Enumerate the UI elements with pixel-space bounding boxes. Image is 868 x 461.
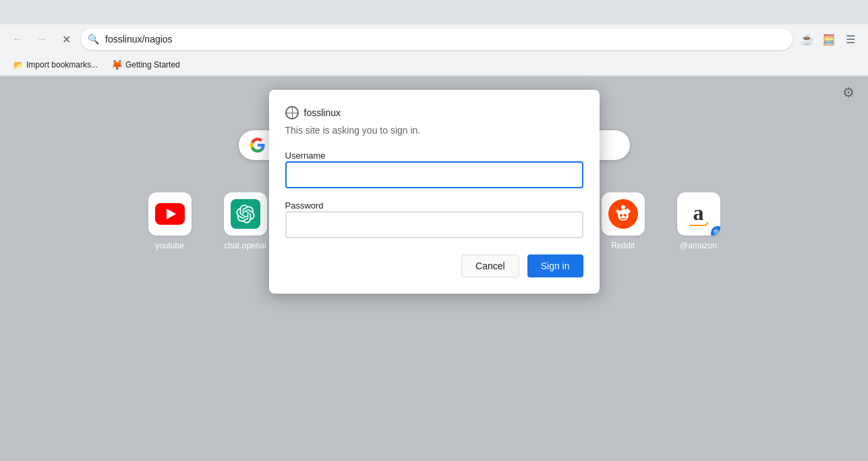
dialog-overlay: fosslinux This site is asking you to sig… <box>0 76 868 461</box>
signin-dialog: fosslinux This site is asking you to sig… <box>269 90 600 294</box>
tab-bar <box>0 0 868 24</box>
password-label: Password <box>285 200 324 211</box>
bookmark-import-label: Import bookmarks... <box>26 60 98 70</box>
username-label: Username <box>285 151 326 161</box>
browser-chrome: ← → ✕ 🔍 ☕ 🧮 ☰ 📂 Import bookmarks... 🦊 Ge… <box>0 0 868 76</box>
pocket-button[interactable]: ☕ <box>798 30 817 49</box>
bookmarks-bar: 📂 Import bookmarks... 🦊 Getting Started <box>0 54 868 76</box>
bookmark-getting-started[interactable]: 🦊 Getting Started <box>106 57 185 73</box>
dialog-site-header: fosslinux <box>285 106 583 119</box>
address-bar-wrap: 🔍 <box>81 28 792 50</box>
nav-bar: ← → ✕ 🔍 ☕ 🧮 ☰ <box>0 24 868 54</box>
globe-icon <box>285 106 299 119</box>
reload-button[interactable]: ✕ <box>57 30 76 49</box>
bookmark-getting-started-label: Getting Started <box>125 60 180 70</box>
cancel-button[interactable]: Cancel <box>461 254 519 277</box>
dialog-subtitle: This site is asking you to sign in. <box>285 125 583 136</box>
firefox-icon: 🦊 <box>111 59 123 70</box>
signin-button[interactable]: Sign in <box>527 254 583 277</box>
password-input[interactable] <box>285 211 583 238</box>
menu-button[interactable]: ☰ <box>841 30 860 49</box>
extensions-button[interactable]: 🧮 <box>819 30 838 49</box>
page-content: ⚙ Search w youtube <box>0 76 868 461</box>
toolbar-right: ☕ 🧮 ☰ <box>798 30 860 49</box>
back-button[interactable]: ← <box>8 30 27 49</box>
forward-button[interactable]: → <box>32 30 51 49</box>
username-input[interactable] <box>285 161 583 188</box>
import-icon: 📂 <box>13 60 24 70</box>
dialog-buttons: Cancel Sign in <box>285 254 583 277</box>
bookmark-import[interactable]: 📂 Import bookmarks... <box>8 57 103 72</box>
dialog-site-name: fosslinux <box>304 107 341 118</box>
address-input[interactable] <box>81 28 792 50</box>
